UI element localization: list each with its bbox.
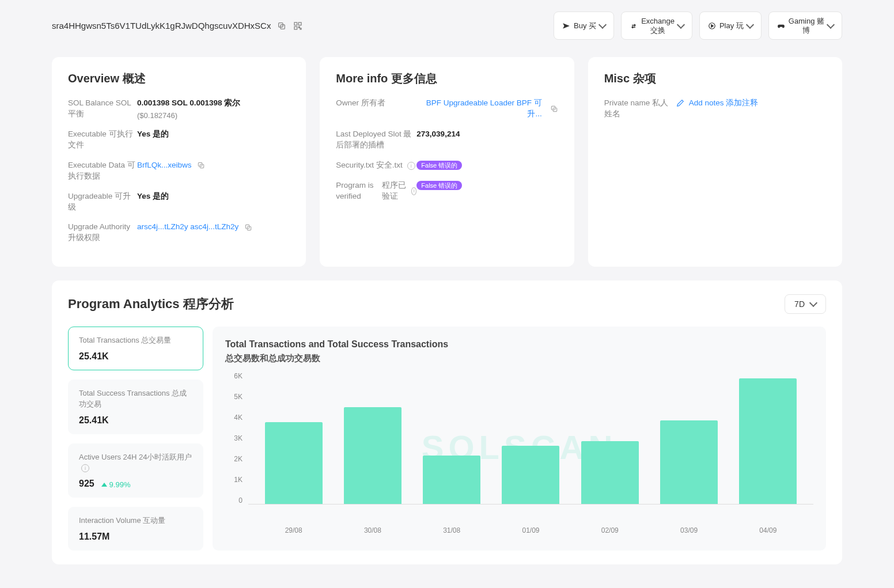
- svg-rect-4: [294, 26, 297, 29]
- bar[interactable]: [739, 378, 797, 504]
- misc-title: Misc 杂项: [604, 71, 826, 86]
- verified-status-pill: False 错误的: [416, 181, 462, 190]
- gaming-label-2: 博: [802, 26, 810, 35]
- bar-group[interactable]: [423, 456, 480, 504]
- stat-label: Total Success Transactions 总成功交易: [79, 388, 192, 409]
- bar-group[interactable]: [739, 378, 797, 504]
- svg-rect-5: [299, 26, 300, 28]
- private-name-label: Private name 私人姓名: [604, 98, 676, 120]
- security-txt-label: Security.txt 安全.txt i: [336, 160, 416, 171]
- bar-group[interactable]: [502, 446, 559, 504]
- play-label: Play 玩: [719, 21, 744, 31]
- sol-balance-value: 0.001398 SOL 0.001398 索尔: [137, 98, 240, 109]
- x-tick: 04/09: [739, 526, 797, 534]
- chevron-down-icon: [827, 21, 835, 29]
- svg-rect-2: [294, 22, 297, 25]
- upgradeable-value: Yes 是的: [137, 191, 169, 202]
- bar[interactable]: [423, 456, 480, 504]
- info-icon[interactable]: i: [411, 187, 416, 195]
- y-axis: 6K5K4K3K2K1K0: [225, 372, 248, 504]
- bar-group[interactable]: [344, 407, 401, 504]
- executable-data-link[interactable]: BrfLQk...xeibws: [137, 161, 192, 169]
- y-tick: 5K: [234, 393, 243, 401]
- bars-container: [248, 372, 813, 504]
- stat-total-transactions[interactable]: Total Transactions 总交易量 25.41K: [68, 327, 203, 370]
- chevron-down-icon: [598, 21, 607, 29]
- exchange-label-1: Exchange: [641, 17, 675, 26]
- owner-label: Owner 所有者: [336, 98, 416, 109]
- sol-balance-label: SOL Balance SOL 平衡: [68, 98, 137, 120]
- period-value: 7D: [794, 299, 805, 309]
- stat-success-transactions[interactable]: Total Success Transactions 总成功交易 25.41K: [68, 380, 203, 434]
- buy-button[interactable]: Buy 买: [554, 12, 614, 40]
- bar[interactable]: [660, 420, 718, 504]
- y-tick: 2K: [234, 455, 243, 463]
- executable-data-label: Executable Data 可执行数据: [68, 160, 137, 182]
- info-cards-row: Overview 概述 SOL Balance SOL 平衡 0.001398 …: [52, 57, 842, 267]
- stat-interaction-volume[interactable]: Interaction Volume 互动量 11.57M: [68, 507, 203, 551]
- stat-label: Interaction Volume 互动量: [79, 515, 192, 526]
- stat-label: Active Users 24H 24小时活跃用户 i: [79, 452, 192, 473]
- copy-icon[interactable]: [244, 223, 252, 232]
- stat-active-users[interactable]: Active Users 24H 24小时活跃用户 i 925 9.99%: [68, 443, 203, 498]
- verified-label: Program is verified: [336, 180, 382, 202]
- upgrade-authority-link[interactable]: arsc4j...tLZh2y asc4j...tLZh2y: [137, 222, 238, 231]
- chart-area: Total Transactions and Total Success Tra…: [213, 327, 826, 551]
- bar[interactable]: [502, 446, 559, 504]
- stat-value: 25.41K: [79, 351, 192, 362]
- copy-icon[interactable]: [197, 161, 205, 169]
- add-notes-link[interactable]: Add notes 添加注释: [676, 98, 759, 108]
- info-icon[interactable]: i: [81, 464, 89, 472]
- buy-label: Buy 买: [574, 21, 596, 31]
- x-tick: 01/09: [502, 526, 559, 534]
- chevron-down-icon: [746, 21, 754, 29]
- address-row: sra4HHgwsn5Ts6V1TUdLykK1gRJwDQhgscuvXDHx…: [52, 21, 303, 31]
- bar[interactable]: [344, 407, 401, 504]
- last-slot-label: Last Deployed Slot 最后部署的插槽: [336, 129, 416, 151]
- stat-value: 25.41K: [79, 415, 192, 426]
- chart-plot: SOLSCAN 6K5K4K3K2K1K0: [225, 372, 813, 522]
- copy-icon[interactable]: [550, 105, 558, 113]
- info-icon[interactable]: i: [407, 162, 415, 170]
- overview-card: Overview 概述 SOL Balance SOL 平衡 0.001398 …: [52, 57, 306, 267]
- bar-group[interactable]: [581, 441, 639, 504]
- copy-address-icon[interactable]: [276, 21, 287, 31]
- bar[interactable]: [581, 441, 639, 504]
- x-tick: 31/08: [423, 526, 480, 534]
- gaming-label-1: Gaming 赌: [789, 17, 824, 26]
- period-selector[interactable]: 7D: [785, 294, 826, 314]
- owner-link[interactable]: BPF Upgradeable Loader BPF 可升...: [416, 98, 541, 120]
- y-tick: 0: [238, 496, 243, 504]
- exchange-button[interactable]: Exchange 交换: [621, 12, 692, 40]
- verified-cn: 程序已验证: [382, 180, 407, 202]
- triangle-up-icon: [101, 483, 107, 487]
- upgrade-authority-label: Upgrade Authority 升级权限: [68, 222, 137, 244]
- last-slot-value: 273,039,214: [416, 129, 460, 140]
- sol-balance-usd: ($0.182746): [137, 111, 240, 120]
- bar-group[interactable]: [660, 420, 718, 504]
- add-notes-label: Add notes 添加注释: [689, 98, 759, 108]
- svg-rect-6: [300, 28, 301, 29]
- y-tick: 3K: [234, 434, 243, 442]
- overview-title: Overview 概述: [68, 71, 290, 86]
- more-info-title: More info 更多信息: [336, 71, 558, 86]
- executable-value: Yes 是的: [137, 129, 169, 140]
- bar-group[interactable]: [265, 422, 323, 504]
- upgradeable-label: Upgradeable 可升级: [68, 191, 137, 213]
- play-button[interactable]: Play 玩: [699, 12, 762, 40]
- y-tick: 6K: [234, 372, 243, 380]
- stat-label: Total Transactions 总交易量: [79, 335, 192, 346]
- x-axis-labels: 29/0830/0831/0801/0902/0903/0904/09: [248, 522, 813, 534]
- y-tick: 4K: [234, 414, 243, 422]
- gaming-button[interactable]: Gaming 赌 博: [768, 12, 842, 40]
- qr-code-icon[interactable]: [293, 21, 303, 31]
- analytics-title: Program Analytics 程序分析: [68, 295, 234, 313]
- chevron-down-icon: [809, 299, 817, 307]
- exchange-label-2: 交换: [650, 26, 665, 35]
- stat-value: 925: [79, 479, 94, 488]
- x-tick: 30/08: [344, 526, 401, 534]
- svg-rect-3: [299, 22, 302, 25]
- x-tick: 03/09: [660, 526, 718, 534]
- bar[interactable]: [265, 422, 323, 504]
- chevron-down-icon: [677, 21, 685, 29]
